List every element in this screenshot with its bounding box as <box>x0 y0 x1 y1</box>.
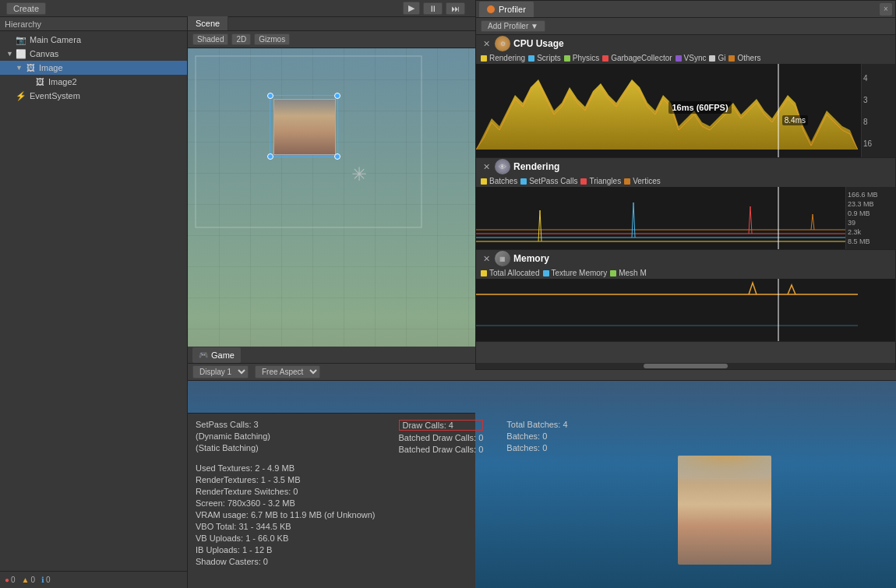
cpu-val-2: 3 <box>863 96 894 104</box>
hierarchy-header: Hierarchy <box>0 17 187 31</box>
cpu-close-btn[interactable]: ✕ <box>481 38 492 49</box>
legend-dot-texture-mem <box>543 270 549 276</box>
hier-arrow-canvas: ▼ <box>6 50 14 58</box>
profiler-close-btn[interactable]: × <box>880 3 892 16</box>
pause-button[interactable]: ⏸ <box>423 2 443 15</box>
info-icon: ℹ <box>41 576 44 584</box>
profiler-panel: Profiler × Add Profiler ▼ ✕ ⚙ CPU Usage <box>475 0 896 370</box>
info-status: ℹ 0 <box>41 576 51 584</box>
create-button[interactable]: Create <box>6 2 46 15</box>
batches-1-text: Batches: 0 <box>506 431 567 441</box>
profiler-scrollbar-thumb[interactable] <box>644 364 728 368</box>
hier-item-label-canvas: Canvas <box>30 49 58 58</box>
rendering-right-values: 166.6 MB 23.3 MB 0.9 MB 39 2.3k 8.5 MB <box>845 187 895 249</box>
draw-calls-text: Draw Calls: 4 <box>399 420 484 431</box>
legend-dot-vertices <box>624 178 630 185</box>
cpu-cursor-line <box>778 64 779 157</box>
rendering-close-btn[interactable]: ✕ <box>481 161 492 172</box>
vb-uploads-text: VB Uploads: 1 - 66.0 KB <box>196 533 376 543</box>
camera-icon: 📷 <box>16 34 26 45</box>
hierarchy-item-eventsystem[interactable]: ⚡ EventSystem <box>0 89 187 103</box>
legend-dot-gi <box>709 55 715 62</box>
display-select[interactable]: Display 1 <box>192 365 249 379</box>
shaded-btn[interactable]: Shaded <box>192 33 228 45</box>
hierarchy-item-image[interactable]: ▼ 🖼 Image <box>0 61 187 75</box>
hier-item-label-image2: Image2 <box>48 77 77 86</box>
scene-tab[interactable]: Scene <box>188 16 228 30</box>
legend-label-vsync: VSync <box>684 54 707 62</box>
batched-draw-calls-2-text: Batched Draw Calls: 0 <box>399 445 484 454</box>
spacer <box>196 455 376 461</box>
legend-gc: GarbageCollector <box>602 54 672 62</box>
profiler-body: ✕ ⚙ CPU Usage Rendering Scripts <box>476 35 895 363</box>
stats-col-2: Draw Calls: 4 Batched Draw Calls: 0 Batc… <box>399 420 484 566</box>
aspect-select[interactable]: Free Aspect <box>255 365 320 379</box>
legend-scripts: Scripts <box>528 54 561 62</box>
stats-panel: SetPass Calls: 3 (Dynamic Batching) (Sta… <box>188 413 475 588</box>
r-val-3: 0.9 MB <box>848 209 894 217</box>
profiler-scrollbar-area[interactable] <box>476 363 895 369</box>
legend-dot-others <box>728 55 735 62</box>
profiler-tab-icon <box>487 5 495 13</box>
legend-dot-triangles <box>580 178 587 185</box>
legend-dot-mesh-m <box>610 270 616 276</box>
used-textures-text: Used Textures: 2 - 4.9 MB <box>196 463 376 473</box>
mode-2d-btn[interactable]: 2D <box>231 33 251 45</box>
stats-col-3: Total Batches: 4 Batches: 0 Batches: 0 <box>506 420 567 566</box>
memory-chart <box>476 279 895 341</box>
error-count: 0 <box>11 576 16 584</box>
gizmos-btn[interactable]: Gizmos <box>254 33 290 45</box>
hierarchy-bottom: ● 0 ▲ 0 ℹ 0 <box>0 571 187 588</box>
step-button[interactable]: ⏭ <box>446 2 465 15</box>
scene-tab-label: Scene <box>196 19 220 28</box>
legend-texture-mem: Texture Memory <box>543 269 608 277</box>
hier-item-label-event: EventSystem <box>30 91 80 100</box>
legend-dot-setpass <box>520 178 527 185</box>
memory-section: ✕ ▦ Memory Total Allocated Texture Memor… <box>476 250 895 342</box>
legend-dot-total-alloc <box>481 270 487 276</box>
legend-label-scripts: Scripts <box>537 54 561 62</box>
vbo-text: VBO Total: 31 - 344.5 KB <box>196 522 376 531</box>
game-tab-label: Game <box>211 350 235 360</box>
legend-label-texture-mem: Texture Memory <box>552 269 608 277</box>
legend-label-total-alloc: Total Allocated <box>489 269 540 277</box>
legend-dot-gc <box>602 55 609 62</box>
legend-others: Others <box>728 54 760 62</box>
canvas-icon: ⬜ <box>16 48 26 59</box>
rendering-cursor-line <box>778 187 779 249</box>
setpass-calls-text: SetPass Calls: 3 <box>196 420 376 429</box>
warning-count: 0 <box>31 576 36 584</box>
game-tab[interactable]: 🎮 Game <box>192 347 241 363</box>
hair-overlay <box>678 456 771 494</box>
dynamic-batching-text: (Dynamic Batching) <box>196 431 376 441</box>
add-profiler-label: Add Profiler <box>488 22 528 30</box>
hierarchy-title: Hierarchy <box>5 19 41 29</box>
memory-title: Memory <box>513 253 549 264</box>
handle-tr <box>334 93 340 99</box>
add-profiler-arrow: ▼ <box>531 22 538 30</box>
profiler-tab[interactable]: Profiler <box>479 2 534 17</box>
play-button[interactable]: ▶ <box>403 2 420 15</box>
hierarchy-item-main-camera[interactable]: 📷 Main Camera <box>0 33 187 47</box>
legend-mesh-m: Mesh M <box>610 269 647 277</box>
memory-chart-svg <box>476 279 858 341</box>
screen-text: Screen: 780x360 - 3.2 MB <box>196 498 376 508</box>
r-val-1: 166.6 MB <box>848 191 894 199</box>
hierarchy-item-canvas[interactable]: ▼ ⬜ Canvas <box>0 47 187 61</box>
warning-icon: ▲ <box>22 576 30 584</box>
legend-label-gi: Gi <box>718 54 725 62</box>
add-profiler-btn[interactable]: Add Profiler ▼ <box>481 20 545 32</box>
memory-close-btn[interactable]: ✕ <box>481 253 492 264</box>
static-batching-text: (Static Batching) <box>196 443 376 452</box>
legend-label-triangles: Triangles <box>589 177 621 185</box>
legend-vertices: Vertices <box>624 177 661 185</box>
cpu-chart: 16ms (60FPS) 8.4ms 4 3 8 16 <box>476 64 895 157</box>
r-val-5: 2.3k <box>848 228 894 236</box>
handle-bl <box>267 153 273 160</box>
batches-2-text: Batches: 0 <box>506 443 567 452</box>
handle-tl <box>267 93 273 99</box>
rendering-section-header: ✕ 👁 Rendering <box>476 158 895 175</box>
hierarchy-body: 📷 Main Camera ▼ ⬜ Canvas ▼ 🖼 Image 🖼 Ima… <box>0 31 187 571</box>
hierarchy-item-image2[interactable]: 🖼 Image2 <box>0 75 187 89</box>
time-label: 8.4ms <box>782 115 808 125</box>
